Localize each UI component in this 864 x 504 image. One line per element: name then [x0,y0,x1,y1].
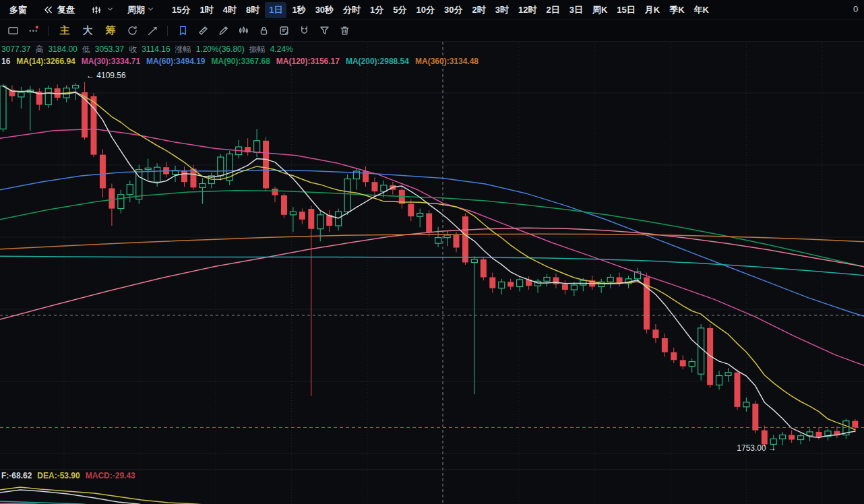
period-toolbar: 多窗 复盘 周期 15分1时4时8时1日1秒30秒分时1分5分10分30分2时3… [0,0,864,20]
window-icon[interactable] [5,23,21,39]
trading-app: 多窗 复盘 周期 15分1时4时8时1日1秒30秒分时1分5分10分30分2时3… [0,0,864,504]
period-button-1时[interactable]: 1时 [195,2,217,18]
period-button-8时[interactable]: 8时 [242,2,264,18]
replay-icon[interactable] [124,23,140,39]
period-button-30秒[interactable]: 30秒 [311,2,338,18]
chevron-down-icon [147,5,154,15]
multi-window-button[interactable]: 多窗 [9,4,27,16]
period-button-1分[interactable]: 1分 [366,2,388,18]
period-button-list: 15分1时4时8时1日1秒30秒分时1分5分10分30分2时3时12时2日3日周… [168,2,714,18]
period-button-5分[interactable]: 5分 [389,2,410,18]
note-icon[interactable] [276,23,292,39]
lock-icon[interactable] [255,23,272,39]
candlestick-chart[interactable] [0,0,864,504]
ruler-icon[interactable] [195,23,211,39]
period-menu-label: 周期 [127,4,145,16]
period-button-15分[interactable]: 15分 [168,2,194,18]
period-button-月K[interactable]: 月K [641,2,664,18]
period-menu-button[interactable]: 周期 [127,4,154,16]
period-button-30分[interactable]: 30分 [440,2,466,18]
chips-button[interactable]: 筹 [102,23,119,39]
toolbar-divider [48,26,49,36]
period-button-周K[interactable]: 周K [588,2,611,18]
period-button-分时[interactable]: 分时 [339,2,365,18]
period-button-2时[interactable]: 2时 [468,2,490,18]
magnet-icon[interactable] [296,23,312,39]
pattern-icon[interactable] [235,23,251,39]
big-chart-button[interactable]: 大 [79,23,96,39]
period-button-季K[interactable]: 季K [665,2,688,18]
rewind-icon [42,2,53,18]
period-button-10分[interactable]: 10分 [412,2,439,18]
replay-button[interactable]: 复盘 [40,2,75,18]
period-button-年K[interactable]: 年K [690,2,713,18]
filter-icon[interactable] [316,23,332,39]
toolbar-divider [167,26,168,36]
candle-style-icon [90,2,102,18]
chevron-down-icon [106,5,114,15]
draw-pen-icon[interactable] [215,23,231,39]
drawing-toolbar: 主大筹 [0,20,864,42]
period-button-1秒[interactable]: 1秒 [288,2,309,18]
replay-label: 复盘 [57,4,75,16]
period-button-12时[interactable]: 12时 [514,2,541,18]
trend-line-icon[interactable] [144,23,160,39]
trash-icon[interactable] [336,23,352,39]
candle-style-dropdown[interactable] [88,2,114,18]
more-icon[interactable] [25,23,41,39]
period-button-1日[interactable]: 1日 [265,2,286,18]
period-button-3时[interactable]: 3时 [491,2,513,18]
bookmark-icon[interactable] [175,23,191,39]
period-button-3日[interactable]: 3日 [565,2,587,18]
main-chart-button[interactable]: 主 [56,23,73,39]
period-button-4时[interactable]: 4时 [219,2,241,18]
period-button-15日[interactable]: 15日 [613,2,639,18]
multi-window-label: 多窗 [9,4,27,16]
period-button-2日[interactable]: 2日 [542,2,563,18]
